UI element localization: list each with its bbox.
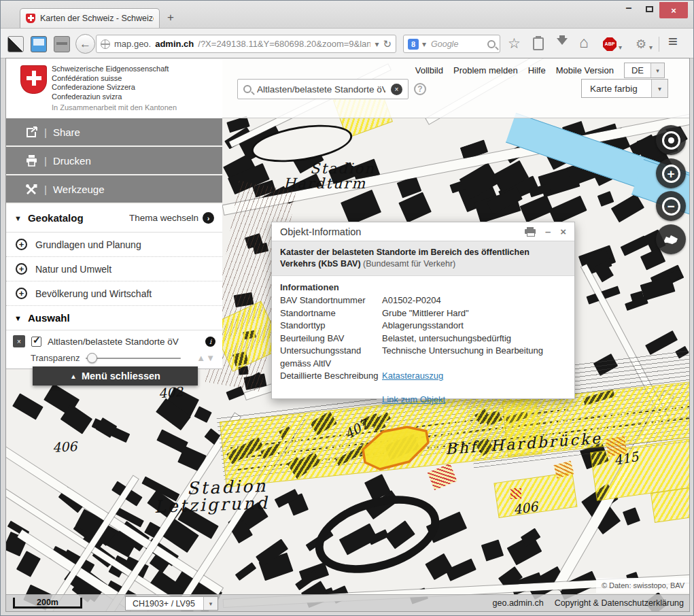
slider-thumb[interactable] xyxy=(87,353,97,363)
geoadmin-link[interactable]: geo.admin.ch xyxy=(493,598,544,608)
elevation-label: 407 xyxy=(342,416,370,441)
browser-tab[interactable]: Karten der Schweiz - Schweize... xyxy=(20,8,160,28)
footer-bar: 200m CH1903+ / LV95 ▾ geo.admin.ch Copyr… xyxy=(6,594,689,611)
adblock-icon[interactable]: ABP xyxy=(603,37,617,51)
adblock-dropdown-icon[interactable]: ▾ xyxy=(619,41,622,54)
close-icon[interactable]: × xyxy=(560,226,566,237)
bookmarks-clipboard-icon[interactable] xyxy=(533,37,544,50)
map-search-box[interactable]: × xyxy=(237,79,409,99)
search-clear-icon[interactable]: × xyxy=(391,84,402,95)
selection-header[interactable]: ▼ Auswahl xyxy=(6,306,222,330)
downloads-icon[interactable] xyxy=(557,38,568,50)
transparency-slider[interactable] xyxy=(86,353,181,363)
minimize-icon[interactable]: – xyxy=(545,226,551,237)
elevation-label: 402 xyxy=(158,383,184,400)
url-dropdown-icon[interactable]: ▾ xyxy=(375,39,379,49)
search-engine-bar[interactable]: 8 ▾ xyxy=(403,35,500,53)
map-attribution: © Daten: swisstopo, BAV xyxy=(596,578,689,593)
layer-reorder-icons[interactable]: ▲▼ xyxy=(196,353,215,363)
remove-layer-icon[interactable]: × xyxy=(13,335,25,347)
window-close-button[interactable]: × xyxy=(659,2,688,18)
url-domain: admin.ch xyxy=(155,39,194,49)
minus-icon: − xyxy=(662,197,680,216)
elevation-label: 406 xyxy=(513,499,539,517)
projection-select[interactable]: CH1903+ / LV95 ▾ xyxy=(125,596,218,611)
close-menu-button[interactable]: ▲ Menü schliessen xyxy=(33,366,198,386)
addon-dropdown-icon[interactable]: ▾ xyxy=(649,41,653,54)
object-link[interactable]: Link zum Objekt xyxy=(382,394,445,405)
window-minimize-button[interactable]: – xyxy=(619,1,639,14)
active-layer-block: × ✓ Altlasten/belastete Standorte öV i T… xyxy=(6,330,222,369)
layer-checkbox[interactable]: ✓ xyxy=(31,337,41,347)
link-problem-melden[interactable]: Problem melden xyxy=(453,65,518,75)
zoom-in-button[interactable]: + xyxy=(656,158,686,188)
search-help-icon[interactable]: ? xyxy=(414,83,426,95)
map-label: Bhf. Hardbrücke xyxy=(445,430,602,458)
popup-titlebar[interactable]: Objekt-Information – × xyxy=(272,222,574,241)
map-style-select[interactable]: Karte farbig ▾ xyxy=(581,79,668,98)
zoom-out-button[interactable]: − xyxy=(656,191,686,221)
google-icon[interactable]: 8 xyxy=(408,39,419,50)
geocatalog-panel: ▼ Geokatalog Thema wechseln › + Grundlag… xyxy=(6,204,222,369)
url-prefix: map.geo. xyxy=(114,39,151,49)
collapse-icon: ▼ xyxy=(14,214,22,222)
sidebar-item-share[interactable]: | Share xyxy=(6,118,222,146)
category-natur[interactable]: + Natur und Umwelt xyxy=(6,257,222,281)
addon-archive-icon[interactable] xyxy=(54,36,70,52)
chevron-down-icon: ▾ xyxy=(203,597,218,610)
geolocate-button[interactable] xyxy=(656,125,686,155)
expand-icon: + xyxy=(16,263,27,275)
layer-row: × ✓ Altlasten/belastete Standorte öV i xyxy=(13,335,215,347)
copyright-link[interactable]: Copyright & Datenschutzerklärung xyxy=(555,598,684,608)
elevation-label: 415 xyxy=(612,449,640,468)
menu-hamburger-icon[interactable]: ≡ xyxy=(668,35,678,48)
engine-dropdown-icon[interactable]: ▾ xyxy=(422,39,426,49)
search-magnifier-icon[interactable] xyxy=(487,40,496,48)
printer-icon xyxy=(25,155,38,167)
window-maximize-button[interactable] xyxy=(639,1,659,12)
reload-icon[interactable]: ↻ xyxy=(383,38,392,50)
section-title: Informationen xyxy=(280,282,566,292)
new-tab-button[interactable]: + xyxy=(167,11,174,24)
addon-gear-icon[interactable]: ⚙ xyxy=(636,37,646,51)
kataster-link[interactable]: Katasterauszug xyxy=(382,371,443,381)
category-bevoelkerung[interactable]: + Bevölkerung und Wirtschaft xyxy=(6,281,222,306)
info-row: Beurteilung BAVBelastet, untersuchungsbe… xyxy=(280,332,566,345)
popup-body: Informationen BAV StandortnummerA01502-P… xyxy=(272,276,574,412)
sidebar-item-tools[interactable]: | Werkzeuge xyxy=(6,175,222,203)
chevron-down-icon: ▾ xyxy=(650,63,664,78)
addon-window-icon[interactable] xyxy=(31,36,47,52)
confederation-names: Schweizerische Eidgenossenschaft Confédé… xyxy=(52,65,169,101)
web-search-input[interactable] xyxy=(430,39,484,50)
arrow-right-icon: › xyxy=(203,212,214,224)
home-icon[interactable]: ⌂ xyxy=(579,35,589,49)
popup-title: Objekt-Information xyxy=(280,226,515,237)
print-icon[interactable] xyxy=(525,227,536,236)
link-vollbild[interactable]: Vollbild xyxy=(415,65,443,75)
tab-title: Karten der Schweiz - Schweize... xyxy=(40,14,154,23)
map-search-input[interactable] xyxy=(256,84,387,95)
url-bar[interactable]: map.geo.admin.ch/?X=249138.11&Y=680698.2… xyxy=(96,35,396,53)
header-links: Vollbild Problem melden Hilfe Mobile Ver… xyxy=(415,63,665,78)
link-hilfe[interactable]: Hilfe xyxy=(528,65,546,75)
expand-icon: + xyxy=(16,239,27,250)
transparency-row: Transparenz ▲▼ xyxy=(13,353,215,363)
plus-icon: + xyxy=(662,165,680,183)
url-path: /?X=249138.11&Y=680698.20&zoom=9&lang=de… xyxy=(198,39,370,49)
info-row: StandortnameGrube "Mittlerer Hard" xyxy=(280,307,566,320)
bookmark-star-icon[interactable]: ☆ xyxy=(508,37,521,50)
geocatalog-header[interactable]: ▼ Geokatalog Thema wechseln › xyxy=(6,204,222,233)
link-mobile-version[interactable]: Mobile Version xyxy=(556,65,614,75)
browser-navbar: ← map.geo.admin.ch/?X=249138.11&Y=680698… xyxy=(1,28,693,58)
layer-info-icon[interactable]: i xyxy=(205,337,215,347)
sidebar-item-print[interactable]: | Drucken xyxy=(6,147,222,174)
check-icon: ✓ xyxy=(33,335,41,345)
back-button[interactable]: ← xyxy=(75,34,95,54)
target-icon xyxy=(662,131,680,150)
switch-theme-button[interactable]: Thema wechseln › xyxy=(129,212,214,224)
language-select[interactable]: DE ▾ xyxy=(624,63,665,78)
addon-mosaic-icon[interactable] xyxy=(7,36,24,52)
layer-label[interactable]: Altlasten/belastete Standorte öV xyxy=(48,337,199,347)
default-extent-button[interactable] xyxy=(656,224,686,254)
category-grundlagen[interactable]: + Grundlagen und Planung xyxy=(6,233,222,257)
